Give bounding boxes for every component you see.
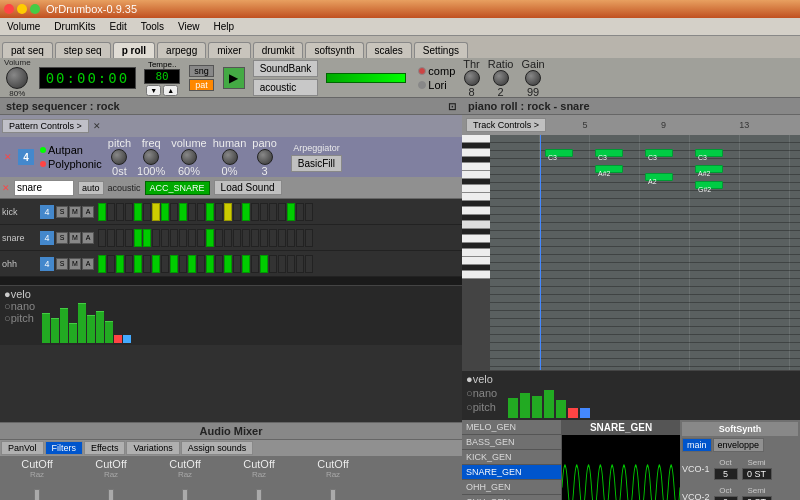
pitch-knob[interactable] [111, 149, 127, 165]
ohh-m-btn[interactable]: M [69, 258, 81, 270]
menu-view[interactable]: View [175, 21, 203, 32]
play-btn[interactable]: ▶ [223, 67, 245, 89]
snare-btn-11[interactable] [188, 229, 196, 247]
tempo-down-btn[interactable]: ▼ [146, 85, 161, 96]
piano-key-ab3[interactable] [462, 163, 490, 171]
kick-a-btn[interactable]: A [82, 206, 94, 218]
kick-btn-18[interactable] [251, 203, 259, 221]
volume-knob[interactable] [6, 67, 28, 89]
synth-tab-env[interactable]: enveloppe [713, 438, 765, 452]
snare-btn-16[interactable] [233, 229, 241, 247]
close-btn[interactable] [4, 4, 14, 14]
kick-btn-6[interactable] [143, 203, 151, 221]
semi-input[interactable] [742, 468, 772, 480]
ohh-btn-23[interactable] [296, 255, 304, 273]
note-a2[interactable]: A2 [645, 173, 673, 181]
ohh-btn-6[interactable] [143, 255, 151, 273]
ohh-s-btn[interactable]: S [56, 258, 68, 270]
ohh-btn-21[interactable] [278, 255, 286, 273]
ohh-btn-14[interactable] [215, 255, 223, 273]
note-gs2[interactable]: G#2 [695, 181, 723, 189]
snare-btn-4[interactable] [125, 229, 133, 247]
menu-tools[interactable]: Tools [138, 21, 167, 32]
ohh-btn-7[interactable] [152, 255, 160, 273]
piano-key-g3[interactable] [462, 171, 490, 179]
pattern-controls-btn[interactable]: Pattern Controls > [2, 119, 89, 133]
kick-s-btn[interactable]: S [56, 206, 68, 218]
step-seq-expand-btn[interactable]: ⊡ [448, 101, 456, 112]
load-sound-btn[interactable]: Load Sound [214, 180, 282, 195]
piano-key-e3[interactable] [462, 193, 490, 201]
thr-knob[interactable] [464, 70, 480, 86]
kick-btn-13[interactable] [206, 203, 214, 221]
menu-edit[interactable]: Edit [106, 21, 129, 32]
kick-btn-1[interactable] [98, 203, 106, 221]
snare-btn-17[interactable] [242, 229, 250, 247]
ohh-btn-3[interactable] [116, 255, 124, 273]
menu-volume[interactable]: Volume [4, 21, 43, 32]
kick-btn-5[interactable] [134, 203, 142, 221]
ohh-btn-20[interactable] [269, 255, 277, 273]
synth-item-snare[interactable]: SNARE_GEN [462, 465, 561, 480]
ch2-fader[interactable] [108, 489, 114, 500]
snare-btn-19[interactable] [260, 229, 268, 247]
oct-input[interactable] [714, 468, 738, 480]
note-c3-4[interactable]: C3 [695, 149, 723, 157]
mixer-tab-assign[interactable]: Assign sounds [181, 441, 254, 455]
note-as2-1[interactable]: A#2 [595, 165, 623, 173]
semi2-input[interactable] [742, 496, 772, 500]
note-c3-3[interactable]: C3 [645, 149, 673, 157]
tab-settings[interactable]: Settings [414, 42, 468, 58]
synth-item-melo[interactable]: MELO_GEN [462, 420, 561, 435]
piano-roll-notes[interactable]: C3 C3 C3 C3 A#2 A#2 [490, 135, 800, 370]
kick-btn-14[interactable] [215, 203, 223, 221]
mixer-tab-effects[interactable]: Effects [84, 441, 125, 455]
human-knob[interactable] [222, 149, 238, 165]
kick-btn-12[interactable] [197, 203, 205, 221]
snare-btn-2[interactable] [107, 229, 115, 247]
snare-btn-18[interactable] [251, 229, 259, 247]
synth-item-kick[interactable]: KICK_GEN [462, 450, 561, 465]
snare-btn-1[interactable] [98, 229, 106, 247]
snare-btn-13[interactable] [206, 229, 214, 247]
tab-arpegg[interactable]: arpegg [157, 42, 206, 58]
synth-item-bass[interactable]: BASS_GEN [462, 435, 561, 450]
note-c3-1[interactable]: C3 [545, 149, 573, 157]
snare-btn-6[interactable] [143, 229, 151, 247]
piano-key-ab2[interactable] [462, 249, 490, 257]
snare-btn-22[interactable] [287, 229, 295, 247]
snare-btn-7[interactable] [152, 229, 160, 247]
gain-knob[interactable] [525, 70, 541, 86]
tab-scales[interactable]: scales [366, 42, 412, 58]
tempo-up-btn[interactable]: ▲ [163, 85, 178, 96]
track-controls-btn[interactable]: Track Controls > [466, 118, 546, 132]
piano-key-d3[interactable] [462, 207, 490, 215]
ohh-btn-13[interactable] [206, 255, 214, 273]
close-pitch-btn[interactable]: ✕ [4, 152, 12, 162]
maximize-btn[interactable] [30, 4, 40, 14]
ohh-btn-2[interactable] [107, 255, 115, 273]
kick-btn-11[interactable] [188, 203, 196, 221]
oct2-input[interactable] [714, 496, 738, 500]
tab-softsynth[interactable]: softsynth [305, 42, 363, 58]
snare-btn-3[interactable] [116, 229, 124, 247]
kick-btn-21[interactable] [278, 203, 286, 221]
kick-btn-23[interactable] [296, 203, 304, 221]
instrument-name-input[interactable] [14, 180, 74, 196]
note-c3-2[interactable]: C3 [595, 149, 623, 157]
acc-snare-btn[interactable]: ACC_SNARE [145, 181, 210, 195]
snare-btn-14[interactable] [215, 229, 223, 247]
menu-help[interactable]: Help [211, 21, 238, 32]
ohh-btn-15[interactable] [224, 255, 232, 273]
kick-btn-9[interactable] [170, 203, 178, 221]
window-controls[interactable] [4, 4, 40, 14]
snare-btn-5[interactable] [134, 229, 142, 247]
piano-key-c4[interactable] [462, 135, 490, 143]
kick-btn-20[interactable] [269, 203, 277, 221]
ohh-btn-10[interactable] [179, 255, 187, 273]
ch4-fader[interactable] [256, 489, 262, 500]
kick-btn-3[interactable] [116, 203, 124, 221]
ohh-btn-18[interactable] [251, 255, 259, 273]
mixer-tab-variations[interactable]: Variations [126, 441, 179, 455]
inst-close-btn[interactable]: ✕ [2, 183, 10, 193]
